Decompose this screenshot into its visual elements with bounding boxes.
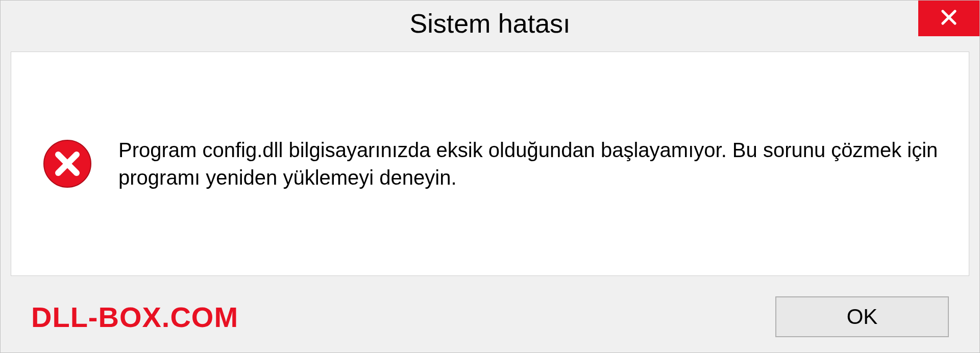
footer: DLL-BOX.COM OK — [1, 286, 979, 352]
error-message: Program config.dll bilgisayarınızda eksi… — [118, 136, 938, 191]
error-dialog: Sistem hatası Program config.dll bilgisa… — [0, 0, 980, 353]
content-panel: Program config.dll bilgisayarınızda eksi… — [11, 52, 969, 276]
error-icon — [42, 138, 93, 189]
dialog-title: Sistem hatası — [409, 8, 570, 39]
titlebar: Sistem hatası — [1, 1, 979, 46]
close-icon — [940, 8, 958, 29]
ok-button[interactable]: OK — [775, 296, 949, 337]
watermark-text: DLL-BOX.COM — [31, 300, 238, 334]
close-button[interactable] — [918, 1, 979, 36]
